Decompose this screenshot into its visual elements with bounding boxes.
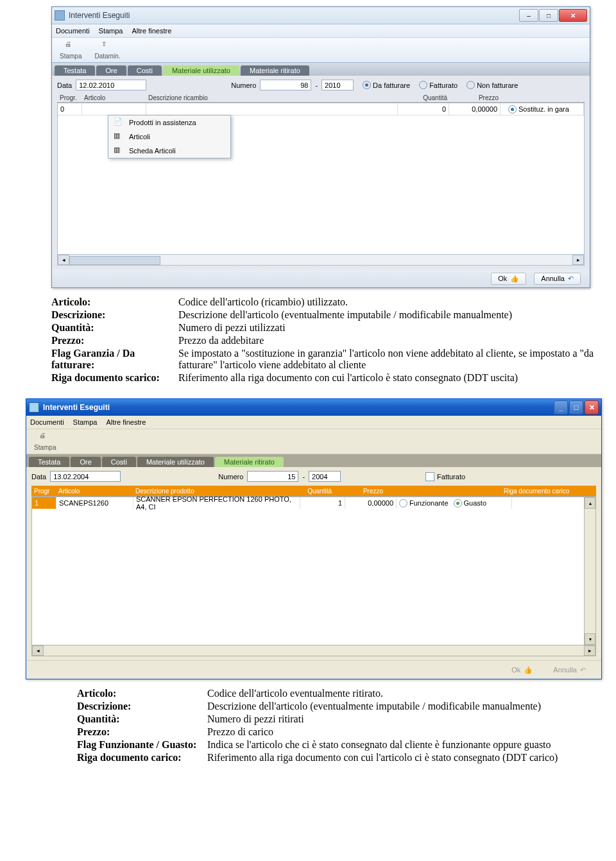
data-label: Data xyxy=(31,473,46,481)
tool-datamin[interactable]: ⇧Datamin. xyxy=(90,40,124,60)
vertical-scrollbar[interactable]: ▴ ▾ xyxy=(584,497,595,645)
close-button[interactable]: ✕ xyxy=(585,400,599,414)
radio-fatturato[interactable]: Fatturato xyxy=(419,81,458,89)
ok-button[interactable]: Ok👍 xyxy=(491,273,526,285)
context-menu: 📄Prodotti in assistenza ▥Articoli ▥Sched… xyxy=(108,115,231,158)
thumbs-up-icon: 👍 xyxy=(510,275,519,283)
tab-materiale-ritirato[interactable]: Materiale ritirato xyxy=(241,65,309,76)
grid-body: 0 0 0,00000 Sostituz. in gara 📄Prodotti … xyxy=(57,103,585,255)
menu-stampa[interactable]: Stampa xyxy=(99,27,123,35)
undo-icon: ↶ xyxy=(568,275,574,283)
ctx-scheda-articoli[interactable]: ▥Scheda Articoli xyxy=(108,144,230,158)
app-icon xyxy=(55,10,65,21)
numero-label: Numero xyxy=(231,81,256,89)
tool-stampa[interactable]: 🖨Stampa xyxy=(56,40,85,60)
tabs: Testata Ore Costi Materiale utilizzato M… xyxy=(52,63,590,76)
numero-input[interactable] xyxy=(247,471,298,482)
window-title: Interventi Eseguiti xyxy=(69,11,519,20)
horizontal-scrollbar[interactable]: ◂ ▸ xyxy=(57,255,585,266)
menu-documenti[interactable]: Documenti xyxy=(56,27,90,35)
scroll-right-button[interactable]: ▸ xyxy=(584,645,595,656)
maximize-button[interactable]: □ xyxy=(569,400,583,414)
definitions-2: Articolo:Codice dell'articolo eventualme… xyxy=(77,687,558,764)
ctx-articoli[interactable]: ▥Articoli xyxy=(108,130,230,144)
tool-stampa[interactable]: 🖨Stampa xyxy=(30,432,60,451)
data-input[interactable] xyxy=(76,80,146,90)
ctx-prodotti-assistenza[interactable]: 📄Prodotti in assistenza xyxy=(108,115,230,130)
undo-icon: ↶ xyxy=(580,666,586,674)
doc-icon: 📄 xyxy=(114,117,124,128)
maximize-button[interactable]: □ xyxy=(539,9,558,22)
titlebar: Interventi Eseguiti – □ ✕ xyxy=(52,7,590,24)
tab-testata[interactable]: Testata xyxy=(29,457,69,467)
toolbar: 🖨Stampa ⇧Datamin. xyxy=(52,38,590,63)
titlebar: Interventi Eseguiti _ □ ✕ xyxy=(26,399,601,416)
dialog-footer: Ok👍 Annulla↶ xyxy=(52,269,590,287)
scroll-left-button[interactable]: ◂ xyxy=(32,645,44,656)
menu-stampa[interactable]: Stampa xyxy=(73,418,98,426)
grid-header: Progr Articolo Descrizione prodotto Quan… xyxy=(31,486,596,497)
menu-altre-finestre[interactable]: Altre finestre xyxy=(132,27,172,35)
tab-materiale-utilizzato[interactable]: Materiale utilizzato xyxy=(163,65,239,76)
printer-icon: 🖨 xyxy=(39,432,51,443)
annulla-button[interactable]: Annulla↶ xyxy=(534,273,581,285)
scroll-left-button[interactable]: ◂ xyxy=(58,255,69,265)
tab-ore[interactable]: Ore xyxy=(71,457,100,467)
screenshot1: Interventi Eseguiti – □ ✕ Documenti Stam… xyxy=(51,6,590,288)
radio-da-fatturare[interactable]: Da fatturare xyxy=(363,81,410,89)
thumbs-up-icon: 👍 xyxy=(524,666,533,674)
barcode-icon: ▥ xyxy=(114,132,124,142)
app-icon xyxy=(29,402,39,413)
menu-documenti[interactable]: Documenti xyxy=(30,418,64,426)
menubar: Documenti Stampa Altre finestre xyxy=(26,416,601,429)
definitions-1: Articolo:Codice dell'articolo (ricambio)… xyxy=(51,296,603,384)
window-title: Interventi Eseguiti xyxy=(43,403,554,412)
annulla-button[interactable]: Annulla↶ xyxy=(547,665,592,676)
scroll-thumb[interactable] xyxy=(69,256,160,265)
minimize-button[interactable]: _ xyxy=(554,400,568,414)
close-button[interactable]: ✕ xyxy=(559,9,587,22)
tab-materiale-utilizzato[interactable]: Materiale utilizzato xyxy=(137,457,214,467)
scroll-up-button[interactable]: ▴ xyxy=(585,497,595,509)
tab-costi[interactable]: Costi xyxy=(128,65,162,76)
ok-button[interactable]: Ok👍 xyxy=(505,665,539,676)
grid-row[interactable]: 1 SCANEPS1260 SCANNER EPSON PERFECTION 1… xyxy=(32,497,595,509)
menubar: Documenti Stampa Altre finestre xyxy=(52,24,590,38)
radio-funzionante[interactable]: Funzionante xyxy=(399,499,449,507)
radio-sostituz[interactable]: Sostituz. in gara xyxy=(508,105,569,114)
tab-testata[interactable]: Testata xyxy=(55,65,95,76)
scroll-down-button[interactable]: ▾ xyxy=(585,633,595,645)
toolbar: 🖨Stampa xyxy=(26,429,601,454)
printer-icon: 🖨 xyxy=(65,40,76,52)
chk-fatturato[interactable]: Fatturato xyxy=(425,472,465,481)
grid-body: 1 SCANEPS1260 SCANNER EPSON PERFECTION 1… xyxy=(31,497,596,645)
tab-materiale-ritirato[interactable]: Materiale ritirato xyxy=(215,457,284,467)
tabs: Testata Ore Costi Materiale utilizzato M… xyxy=(26,454,601,467)
dialog-footer: Ok👍 Annulla↶ xyxy=(26,660,601,679)
minimize-button[interactable]: – xyxy=(519,9,538,22)
datamin-icon: ⇧ xyxy=(101,40,113,52)
radio-non-fatturare[interactable]: Non fatturare xyxy=(466,81,518,89)
tab-ore[interactable]: Ore xyxy=(96,65,126,76)
radio-guasto[interactable]: Guasto xyxy=(454,499,486,507)
data-label: Data xyxy=(57,81,72,89)
data-input[interactable] xyxy=(50,471,121,482)
anno-input[interactable] xyxy=(321,80,354,90)
anno-input[interactable] xyxy=(309,471,341,482)
scroll-right-button[interactable]: ▸ xyxy=(572,255,584,265)
numero-input[interactable] xyxy=(260,80,311,90)
grid-row[interactable]: 0 0 0,00000 Sostituz. in gara xyxy=(58,103,584,115)
horizontal-scrollbar[interactable]: ◂ ▸ xyxy=(31,645,596,656)
articolo-cell[interactable] xyxy=(85,104,143,114)
tab-costi[interactable]: Costi xyxy=(102,457,136,467)
screenshot2: Interventi Eseguiti _ □ ✕ Documenti Stam… xyxy=(26,398,602,679)
barcode-icon: ▥ xyxy=(114,146,124,156)
menu-altre-finestre[interactable]: Altre finestre xyxy=(107,418,146,426)
numero-label: Numero xyxy=(218,473,243,481)
grid-header: Progr. Articolo Descrizione ricambio Qua… xyxy=(57,94,585,103)
